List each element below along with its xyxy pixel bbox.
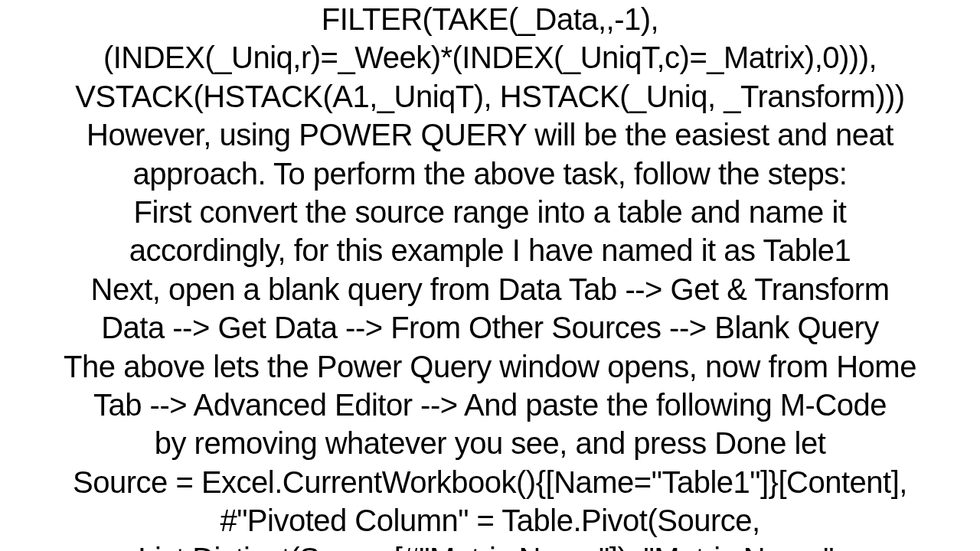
text-line: #"Pivoted Column" = Table.Pivot(Source,	[8, 501, 972, 540]
text-line: Tab --> Advanced Editor --> And paste th…	[8, 386, 972, 424]
text-line: First convert the source range into a ta…	[8, 193, 972, 231]
text-line: accordingly, for this example I have nam…	[8, 231, 972, 269]
text-line: by removing whatever you see, and press …	[8, 424, 972, 462]
text-line: Source = Excel.CurrentWorkbook(){[Name="…	[8, 463, 972, 501]
text-line: FILTER(TAKE(_Data,,-1),	[8, 0, 972, 38]
text-line: (INDEX(_Uniq,r)=_Week)*(INDEX(_UniqT,c)=…	[8, 38, 972, 77]
document-body: FILTER(TAKE(_Data,,-1), (INDEX(_Uniq,r)=…	[0, 0, 980, 551]
text-line: The above lets the Power Query window op…	[8, 347, 972, 386]
text-line: Next, open a blank query from Data Tab -…	[8, 270, 972, 308]
text-line: List.Distinct(Source[#"Matrix Name"]), "…	[8, 540, 972, 551]
text-line: VSTACK(HSTACK(A1,_UniqT), HSTACK(_Uniq, …	[8, 77, 972, 116]
text-line: However, using POWER QUERY will be the e…	[8, 116, 972, 154]
text-line: Data --> Get Data --> From Other Sources…	[8, 308, 972, 347]
text-line: approach. To perform the above task, fol…	[8, 155, 972, 193]
